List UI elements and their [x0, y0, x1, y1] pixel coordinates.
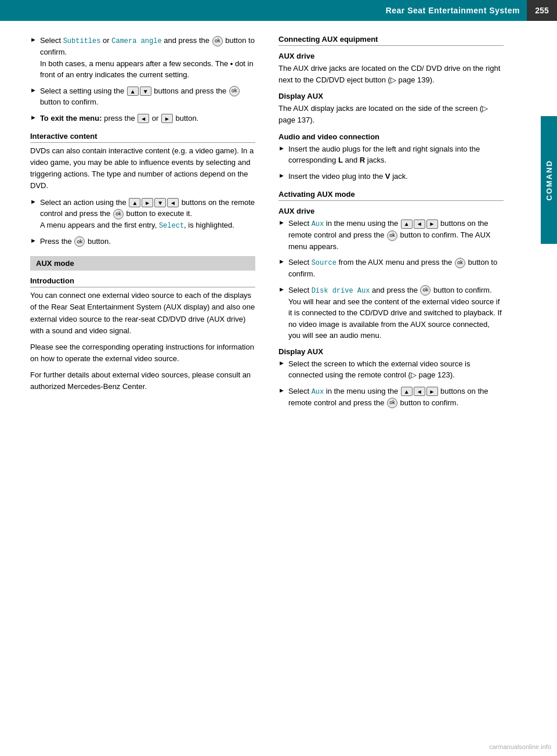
left-btn-r2: ◄ [414, 387, 425, 396]
bullet-r7-text: Select Aux in the menu using the ▲◄► but… [288, 387, 489, 407]
aux-drive-subheading-1: AUX drive [278, 52, 504, 60]
ok-btn-r3: ok [420, 285, 431, 296]
side-label-text: COMAND [545, 160, 554, 201]
bullet-1-content: Select Subtitles or Camera angle and pre… [40, 35, 255, 81]
bullet-select-screen: ► Select the screen to which the externa… [278, 358, 504, 381]
arrow-icon-r6: ► [278, 359, 285, 366]
right-btn-2: ► [142, 198, 153, 207]
bullet-select-aux-display: ► Select Aux in the menu using the ▲◄► b… [278, 386, 504, 409]
arrow-icon-2: ► [30, 87, 37, 93]
bullet-r3-content: Select Aux in the menu using the ▲◄► but… [288, 218, 504, 252]
bullet-r4-content: Select Source from the AUX menu and pres… [288, 257, 504, 280]
bullet-subtitles: ► Select Subtitles or Camera angle and p… [30, 35, 255, 81]
content-wrapper: ► Select Subtitles or Camera angle and p… [0, 21, 557, 427]
up-btn-2: ▲ [129, 198, 140, 207]
bullet-select-setting: ► Select a setting using the ▲▼ buttons … [30, 85, 255, 108]
display-aux-subheading-1: Display AUX [278, 92, 504, 100]
bullet-r6-content: Select the screen to which the external … [288, 358, 504, 381]
up-btn-r1: ▲ [401, 219, 413, 229]
side-label: COMAND [541, 116, 557, 244]
activating-aux-heading: Activating AUX mode [278, 190, 504, 201]
page-number: 255 [527, 0, 557, 21]
left-column: ► Select Subtitles or Camera angle and p… [0, 35, 267, 413]
bullet-5-text: Press the ok button. [40, 237, 111, 246]
bullet-r1-text: Insert the audio plugs for the left and … [288, 145, 480, 165]
bullet-r6-text: Select the screen to which the external … [288, 359, 471, 380]
arrow-icon-4: ► [30, 198, 37, 205]
arrow-icon-5: ► [30, 237, 37, 244]
bullet-video-plug: ► Insert the video plug into the V jack. [278, 171, 504, 182]
down-btn-2: ▼ [154, 198, 166, 207]
bullet-4-text: Select an action using the ▲►▼◄ buttons … [40, 198, 255, 218]
up-btn-r2: ▲ [401, 387, 413, 396]
intro-heading: Introduction [30, 276, 255, 287]
aux-mode-box: AUX mode [30, 256, 255, 271]
aux-drive-text: The AUX drive jacks are located on the C… [278, 63, 504, 86]
arrow-icon-r5: ► [278, 286, 285, 293]
bullet-r3-text: Select Aux in the menu using the ▲◄► but… [288, 219, 491, 251]
down-btn: ▼ [140, 87, 151, 96]
aux-intro-para1: You can connect one external video sourc… [30, 290, 255, 337]
arrow-icon-r7: ► [278, 387, 285, 394]
ok-btn-r1: ok [387, 231, 397, 241]
ok-btn-r2: ok [455, 258, 465, 268]
arrow-icon-3: ► [30, 114, 37, 121]
arrow-icon-r2: ► [278, 172, 285, 179]
right-column: Connecting AUX equipment AUX drive The A… [267, 35, 534, 413]
ok-btn-3: ok [113, 209, 124, 219]
bullet-r4-text: Select Source from the AUX menu and pres… [288, 258, 497, 278]
bullet-2-content: Select a setting using the ▲▼ buttons an… [40, 85, 255, 108]
right-btn-r1: ► [426, 219, 438, 229]
bullet-r1-content: Insert the audio plugs for the left and … [288, 143, 504, 166]
bullet-select-action: ► Select an action using the ▲►▼◄ button… [30, 197, 255, 231]
aux-drive-subheading-2: AUX drive [278, 207, 504, 215]
ok-btn-2: ok [229, 86, 240, 96]
aux-intro-para2: Please see the corresponding operating i… [30, 341, 255, 365]
bullet-2-text: Select a setting using the ▲▼ buttons an… [40, 87, 240, 107]
header-bar: Rear Seat Entertainment System 255 [0, 0, 557, 21]
bullet-3-text: To exit the menu: press the ◄ or ► butto… [40, 114, 198, 123]
arrow-icon-r1: ► [278, 145, 285, 152]
arrow-icon-r4: ► [278, 258, 285, 265]
bullet-r5-text: Select Disk drive Aux and press the ok b… [288, 286, 492, 294]
bullet-4-content: Select an action using the ▲►▼◄ buttons … [40, 197, 255, 231]
bullet-r5-content: Select Disk drive Aux and press the ok b… [288, 285, 504, 341]
bullet-r2-content: Insert the video plug into the V jack. [288, 171, 504, 182]
right-btn-1: ► [161, 114, 173, 123]
bullet-4-text2: A menu appears and the first entry, Sele… [40, 221, 234, 229]
left-btn-2: ◄ [167, 198, 179, 207]
bullet-r5-para: You will hear and see the content of the… [288, 297, 502, 340]
display-aux-text: The AUX display jacks are located on the… [278, 103, 504, 126]
interactive-content-heading: Interactive content [30, 132, 255, 143]
bullet-select-aux: ► Select Aux in the menu using the ▲◄► b… [278, 218, 504, 252]
bullet-disk-drive-aux: ► Select Disk drive Aux and press the ok… [278, 285, 504, 341]
up-btn: ▲ [127, 87, 139, 96]
right-btn-r2: ► [426, 387, 438, 396]
display-aux-subheading-2: Display AUX [278, 347, 504, 356]
watermark: carmanualsonline.info [489, 743, 551, 750]
bullet-r2-text: Insert the video plug into the V jack. [288, 172, 408, 181]
audio-video-subheading: Audio and video connection [278, 132, 504, 141]
ok-btn-1: ok [212, 36, 223, 46]
bullet-5-content: Press the ok button. [40, 236, 255, 247]
bullet-1-text: Select Subtitles or Camera angle and pre… [40, 36, 255, 56]
bullet-3-content: To exit the menu: press the ◄ or ► butto… [40, 113, 255, 124]
bullet-audio-plugs: ► Insert the audio plugs for the left an… [278, 143, 504, 166]
arrow-icon-1: ► [30, 36, 37, 43]
left-btn-r1: ◄ [414, 219, 425, 229]
page-title: Rear Seat Entertainment System [0, 6, 527, 15]
ok-btn-4: ok [74, 236, 85, 247]
ok-btn-r4: ok [387, 398, 397, 408]
bullet-exit-menu: ► To exit the menu: press the ◄ or ► but… [30, 113, 255, 124]
bullet-press-ok: ► Press the ok button. [30, 236, 255, 247]
bullet-r7-content: Select Aux in the menu using the ▲◄► but… [288, 386, 504, 409]
bullet-select-source: ► Select Source from the AUX menu and pr… [278, 257, 504, 280]
bullet-1-text2: In both cases, a menu appears after a fe… [40, 59, 254, 80]
aux-intro-para3: For further details about external video… [30, 369, 255, 393]
left-btn-1: ◄ [138, 114, 149, 123]
connecting-aux-heading: Connecting AUX equipment [278, 35, 504, 46]
interactive-content-para: DVDs can also contain interactive conten… [30, 145, 255, 192]
arrow-icon-r3: ► [278, 219, 285, 226]
